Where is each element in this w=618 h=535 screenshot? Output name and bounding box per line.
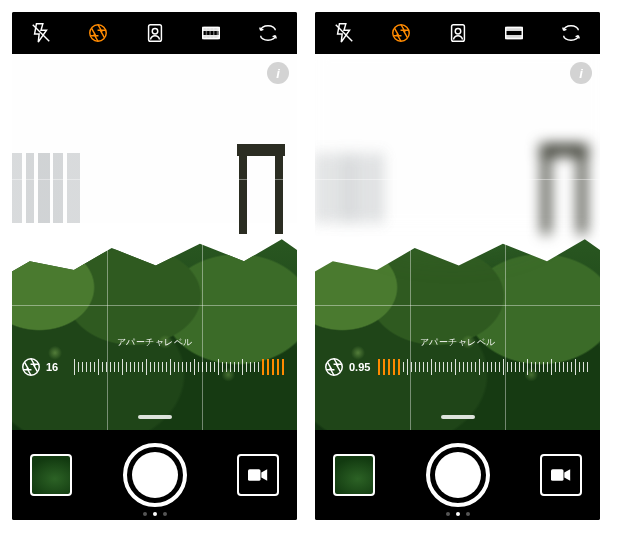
top-toolbar	[12, 12, 297, 54]
aperture-value: 16	[46, 361, 66, 373]
aperture-control[interactable]: アパーチャレベル 16	[20, 350, 289, 384]
scene-structure	[536, 144, 592, 234]
gallery-thumbnail[interactable]	[333, 454, 375, 496]
svg-rect-14	[506, 28, 523, 31]
drawer-handle[interactable]	[438, 410, 478, 424]
filmstrip-icon[interactable]	[190, 12, 232, 54]
info-icon[interactable]: i	[267, 62, 289, 84]
gallery-thumbnail[interactable]	[30, 454, 72, 496]
scene-structure	[233, 144, 289, 234]
flash-off-icon[interactable]	[323, 12, 365, 54]
flash-off-icon[interactable]	[20, 12, 62, 54]
aperture-small-icon	[20, 356, 42, 378]
shutter-button[interactable]	[123, 443, 187, 507]
camera-flip-icon[interactable]	[550, 12, 592, 54]
svg-point-7	[23, 359, 40, 376]
svg-point-3	[152, 28, 158, 34]
aperture-ruler[interactable]	[378, 358, 592, 376]
aperture-small-icon	[323, 356, 345, 378]
scene-skyline	[315, 153, 486, 223]
svg-rect-17	[551, 469, 564, 481]
top-toolbar	[315, 12, 600, 54]
drawer-handle[interactable]	[135, 410, 175, 424]
mode-pager-dots	[446, 512, 470, 516]
svg-point-10	[393, 25, 410, 42]
filmstrip-icon[interactable]	[493, 12, 535, 54]
scene-skyline	[12, 153, 183, 223]
scene-foliage	[315, 222, 600, 430]
video-mode-button[interactable]	[237, 454, 279, 496]
camera-flip-icon[interactable]	[247, 12, 289, 54]
portrait-icon[interactable]	[437, 12, 479, 54]
camera-screen-right: i アパーチャレベル 0.95	[315, 12, 600, 520]
aperture-control[interactable]: アパーチャレベル 0.95	[323, 350, 592, 384]
svg-rect-8	[248, 469, 261, 481]
aperture-label: アパーチャレベル	[20, 336, 289, 349]
svg-point-16	[326, 359, 343, 376]
camera-screen-left: i アパーチャレベル 16	[12, 12, 297, 520]
info-icon[interactable]: i	[570, 62, 592, 84]
viewfinder[interactable]: i アパーチャレベル 0.95	[315, 54, 600, 430]
bottom-toolbar	[315, 430, 600, 520]
svg-point-1	[90, 25, 107, 42]
comparison-stage: i アパーチャレベル 16	[0, 0, 618, 532]
bottom-toolbar	[12, 430, 297, 520]
aperture-icon[interactable]	[77, 12, 119, 54]
shutter-button[interactable]	[426, 443, 490, 507]
scene-foliage	[12, 222, 297, 430]
aperture-value: 0.95	[349, 361, 370, 373]
mode-pager-dots	[143, 512, 167, 516]
viewfinder[interactable]: i アパーチャレベル 16	[12, 54, 297, 430]
video-mode-button[interactable]	[540, 454, 582, 496]
svg-rect-15	[506, 36, 523, 39]
portrait-icon[interactable]	[134, 12, 176, 54]
aperture-icon[interactable]	[380, 12, 422, 54]
aperture-ruler[interactable]	[74, 358, 289, 376]
aperture-label: アパーチャレベル	[323, 336, 592, 349]
svg-rect-6	[203, 36, 220, 39]
svg-rect-5	[203, 28, 220, 31]
svg-point-12	[455, 28, 461, 34]
